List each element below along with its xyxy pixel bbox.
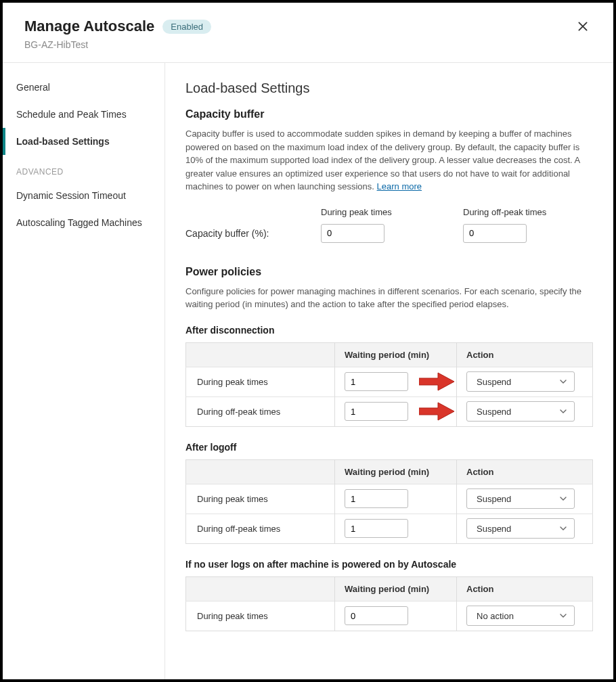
policy-table-label: After disconnection [185, 325, 593, 336]
sidebar-section-advanced: ADVANCED [3, 155, 164, 182]
column-header-scenario [186, 342, 335, 367]
sidebar-item-label: Schedule and Peak Times [16, 109, 127, 120]
column-header-peak: During peak times [321, 207, 463, 217]
column-header-offpeak: During off-peak times [463, 207, 605, 217]
column-header-action: Action [457, 342, 593, 367]
action-select-value: No action [477, 611, 514, 621]
table-row: During peak timesNo action [186, 601, 593, 631]
column-header-waiting: Waiting period (min) [335, 459, 457, 484]
action-select-value: Suspend [477, 524, 511, 534]
column-header-action: Action [457, 576, 593, 601]
learn-more-link[interactable]: Learn more [377, 181, 422, 191]
table-row: During peak timesSuspend [186, 367, 593, 396]
waiting-period-input[interactable] [345, 402, 408, 421]
sidebar: General Schedule and Peak Times Load-bas… [3, 63, 165, 679]
column-header-scenario [186, 576, 335, 601]
capacity-buffer-description: Capacity buffer is used to accommodate s… [185, 127, 593, 194]
sidebar-item-schedule[interactable]: Schedule and Peak Times [3, 101, 164, 128]
row-scenario-label: During peak times [186, 367, 335, 396]
capacity-buffer-offpeak-input[interactable] [463, 224, 527, 243]
action-select[interactable]: Suspend [466, 371, 575, 392]
waiting-period-input[interactable] [345, 519, 408, 538]
close-button[interactable] [574, 18, 592, 37]
column-header-scenario [186, 459, 335, 484]
table-row: During off-peak timesSuspend [186, 396, 593, 426]
capacity-buffer-row-label: Capacity buffer (%): [185, 228, 321, 239]
waiting-period-input[interactable] [345, 372, 408, 391]
sidebar-item-label: General [16, 82, 50, 93]
action-select[interactable]: Suspend [466, 488, 575, 509]
chevron-down-icon [559, 524, 567, 532]
group-name-subtitle: BG-AZ-HibTest [24, 39, 211, 50]
row-scenario-label: During peak times [186, 484, 335, 514]
main-panel: Load-based Settings Capacity buffer Capa… [165, 63, 613, 679]
waiting-period-input[interactable] [345, 489, 408, 508]
row-scenario-label: During off-peak times [186, 514, 335, 543]
sidebar-item-tagged-machines[interactable]: Autoscaling Tagged Machines [3, 209, 164, 236]
action-select-value: Suspend [477, 377, 511, 387]
policy-table-label: After logoff [185, 442, 593, 453]
policy-table: Waiting period (min)ActionDuring peak ti… [185, 459, 593, 544]
chevron-down-icon [559, 378, 567, 386]
policy-table: Waiting period (min)ActionDuring peak ti… [185, 576, 593, 631]
action-select[interactable]: No action [466, 606, 575, 626]
action-select-value: Suspend [477, 407, 511, 417]
close-icon [577, 20, 589, 35]
row-scenario-label: During peak times [186, 601, 335, 631]
power-policies-description: Configure policies for power managing ma… [185, 285, 593, 311]
column-header-waiting: Waiting period (min) [335, 576, 457, 601]
column-header-action: Action [457, 459, 593, 484]
sidebar-item-label: Load-based Settings [16, 136, 110, 147]
chevron-down-icon [559, 407, 567, 415]
capacity-buffer-peak-input[interactable] [321, 224, 384, 243]
policy-table: Waiting period (min)ActionDuring peak ti… [185, 342, 593, 427]
capacity-buffer-title: Capacity buffer [185, 108, 593, 120]
sidebar-item-label: Autoscaling Tagged Machines [16, 217, 142, 228]
action-select[interactable]: Suspend [466, 518, 575, 539]
chevron-down-icon [559, 495, 567, 503]
chevron-down-icon [559, 612, 567, 620]
sidebar-item-general[interactable]: General [3, 74, 164, 101]
action-select[interactable]: Suspend [466, 401, 575, 422]
waiting-period-input[interactable] [345, 606, 408, 625]
policy-table-label: If no user logs on after machine is powe… [185, 559, 593, 570]
sidebar-item-dynamic-timeout[interactable]: Dynamic Session Timeout [3, 182, 164, 209]
page-title: Manage Autoscale [24, 18, 154, 35]
column-header-waiting: Waiting period (min) [335, 342, 457, 367]
sidebar-item-label: Dynamic Session Timeout [16, 190, 126, 201]
table-row: During peak timesSuspend [186, 484, 593, 514]
action-select-value: Suspend [477, 494, 511, 504]
status-badge: Enabled [162, 20, 211, 34]
sidebar-item-load-based[interactable]: Load-based Settings [3, 128, 164, 155]
section-title: Load-based Settings [185, 81, 593, 96]
row-scenario-label: During off-peak times [186, 396, 335, 426]
power-policies-title: Power policies [185, 266, 593, 278]
table-row: During off-peak timesSuspend [186, 514, 593, 543]
